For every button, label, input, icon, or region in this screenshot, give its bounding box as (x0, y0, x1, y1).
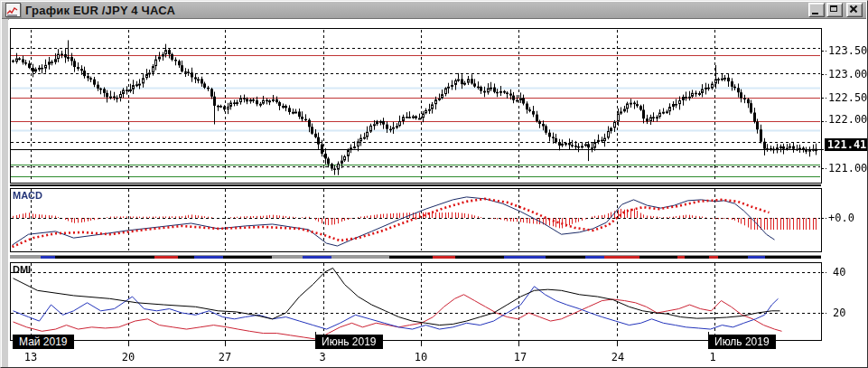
current-price-badge: 121.41 (825, 138, 868, 151)
day-label: 10 (415, 351, 427, 363)
close-button[interactable] (846, 3, 863, 17)
day-label: 17 (514, 351, 527, 363)
month-badge-june: Июнь 2019 (315, 335, 383, 349)
maximize-icon (830, 5, 837, 12)
price-label: 121.00 (828, 162, 867, 175)
day-label: 1 (709, 351, 715, 363)
window-controls (808, 3, 863, 17)
chart-window: График EUR /JPY 4 ЧАСА 123.50 123.00 122… (0, 0, 868, 368)
day-label: 13 (24, 351, 37, 363)
price-label: 123.00 (828, 68, 867, 80)
chart-canvas[interactable] (1, 1, 868, 368)
price-label: 122.50 (828, 91, 867, 104)
dmi-level-label: 40 (833, 266, 845, 278)
maximize-button[interactable] (826, 3, 843, 17)
price-label: 123.50 (828, 44, 867, 57)
title-bar[interactable]: График EUR /JPY 4 ЧАСА (2, 2, 866, 19)
month-badge-may: Май 2019 (13, 335, 74, 349)
minimize-button[interactable] (808, 3, 825, 17)
dmi-level-label: 20 (833, 307, 845, 319)
day-label: 3 (319, 351, 325, 363)
day-label: 27 (219, 351, 231, 363)
minimize-icon (812, 13, 818, 14)
dmi-panel-title: DMI (13, 264, 31, 275)
chart-icon (5, 3, 21, 17)
month-badge-july: Июль 2019 (708, 335, 776, 349)
macd-zero-label: +0.0 (828, 212, 854, 224)
day-label: 24 (611, 351, 624, 363)
day-label: 20 (122, 351, 135, 363)
window-title: График EUR /JPY 4 ЧАСА (25, 4, 804, 17)
price-label: 122.00 (828, 113, 867, 126)
macd-panel-title: MACD (13, 190, 42, 201)
